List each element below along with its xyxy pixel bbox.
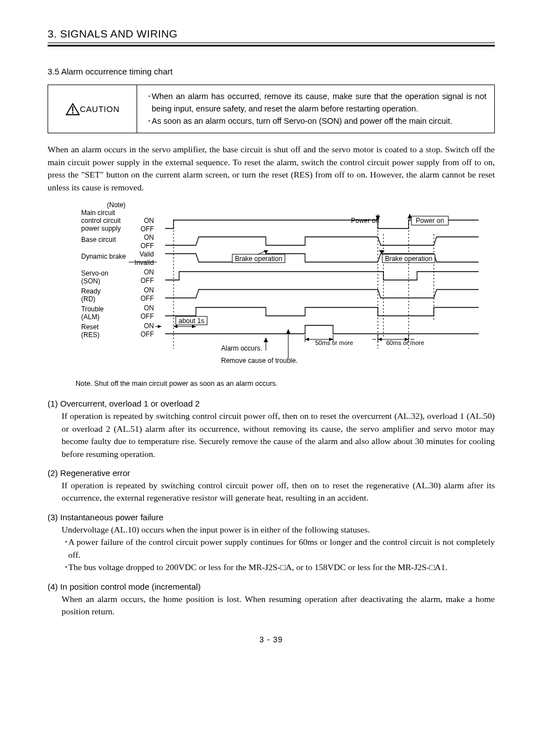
svg-text:OFF: OFF: [140, 312, 154, 320]
svg-text:Power off: Power off: [351, 217, 380, 225]
svg-text:(RD): (RD): [81, 295, 95, 303]
subsection-title: 3.5 Alarm occurrence timing chart: [48, 67, 495, 76]
bullet-mark: ・: [145, 115, 152, 128]
item3-body: Undervoltage (AL.10) occurs when the inp…: [62, 524, 495, 574]
svg-text:Dynamic brake: Dynamic brake: [81, 253, 126, 260]
chart-note-head: (Note): [107, 201, 125, 209]
svg-text:ON: ON: [144, 322, 154, 330]
caution-item-1: When an alarm has occurred, remove its c…: [152, 91, 486, 115]
svg-marker-47: [192, 325, 196, 328]
svg-marker-61: [305, 338, 309, 341]
svg-text:ON: ON: [144, 286, 154, 294]
item3-bullet2: The bus voltage dropped to 200VDC or les…: [68, 561, 495, 573]
svg-text:ON: ON: [144, 217, 154, 225]
svg-text:50ms or more: 50ms or more: [315, 339, 353, 346]
svg-text:(ALM): (ALM): [81, 313, 100, 321]
svg-marker-55: [264, 338, 268, 342]
row-main-l3: power supply: [81, 225, 121, 232]
item4-heading: (4) In position control mode (incrementa…: [48, 582, 495, 591]
svg-text:about 1s: about 1s: [179, 317, 204, 325]
bullet-mark: ・: [145, 91, 152, 115]
svg-text:Invalid: Invalid: [134, 259, 154, 267]
caution-item-2: As soon as an alarm occurs, turn off Ser…: [152, 115, 452, 128]
row-main-l1: Main circuit: [81, 209, 115, 217]
svg-text:Reset: Reset: [81, 323, 99, 331]
svg-text:(SON): (SON): [81, 277, 100, 285]
svg-line-27: [258, 251, 266, 254]
svg-marker-46: [174, 325, 177, 328]
svg-text:Trouble: Trouble: [81, 305, 104, 313]
svg-text:Ready: Ready: [81, 287, 101, 295]
item3-intro: Undervoltage (AL.10) occurs when the inp…: [62, 524, 495, 536]
svg-text:60ms or more: 60ms or more: [386, 339, 424, 346]
svg-text:ON: ON: [144, 234, 154, 241]
svg-text:OFF: OFF: [140, 225, 154, 233]
chart-note: Note. Shut off the main circuit power as…: [76, 380, 495, 388]
row-main-l2: control circuit: [81, 217, 121, 225]
caution-label: CAUTION: [80, 104, 120, 114]
timing-chart: (Note) Main circuit control circuit powe…: [70, 200, 495, 374]
caution-text: ・ When an alarm has occurred, remove its…: [137, 85, 495, 133]
item4-body: When an alarm occurs, the home position …: [62, 593, 495, 618]
page-number: 3 - 39: [48, 635, 495, 644]
svg-text:ON: ON: [144, 268, 154, 276]
caution-triangle-icon: [65, 102, 80, 116]
svg-text:OFF: OFF: [140, 242, 154, 250]
svg-text:Power on: Power on: [416, 217, 444, 225]
item2-body: If operation is repeated by switching co…: [62, 479, 495, 505]
svg-marker-58: [286, 329, 291, 334]
svg-marker-53: [158, 325, 161, 328]
item2-heading: (2) Regenerative error: [48, 468, 495, 478]
svg-text:Base circuit: Base circuit: [81, 236, 116, 244]
svg-text:Servo-on: Servo-on: [81, 269, 109, 277]
bullet-mark: ・: [62, 536, 68, 561]
svg-text:ON: ON: [144, 304, 154, 312]
svg-text:Alarm occurs.: Alarm occurs.: [221, 344, 262, 352]
bullet-mark: ・: [62, 561, 68, 573]
svg-text:(RES): (RES): [81, 331, 100, 339]
chapter-rule: [48, 43, 495, 46]
svg-text:Brake operation: Brake operation: [385, 255, 433, 263]
svg-text:OFF: OFF: [140, 330, 154, 338]
svg-text:Remove cause of trouble.: Remove cause of trouble.: [221, 357, 298, 365]
item3-heading: (3) Instantaneous power failure: [48, 512, 495, 522]
svg-point-2: [72, 112, 73, 114]
chapter-title: 3. SIGNALS AND WIRING: [48, 28, 495, 40]
svg-text:Brake operation: Brake operation: [235, 255, 283, 263]
svg-marker-69: [378, 338, 382, 341]
item3-bullet1: A power failure of the control circuit p…: [68, 536, 495, 561]
caution-left-cell: CAUTION: [48, 85, 137, 133]
svg-text:Valid: Valid: [139, 250, 154, 258]
svg-text:OFF: OFF: [140, 277, 154, 284]
intro-paragraph: When an alarm occurs in the servo amplif…: [48, 143, 495, 194]
svg-marker-26: [264, 250, 268, 254]
item1-body: If operation is repeated by switching co…: [62, 410, 495, 460]
caution-box: CAUTION ・ When an alarm has occurred, re…: [48, 85, 495, 133]
item1-heading: (1) Overcurrent, overload 1 or overload …: [48, 399, 495, 408]
svg-text:OFF: OFF: [140, 295, 154, 302]
